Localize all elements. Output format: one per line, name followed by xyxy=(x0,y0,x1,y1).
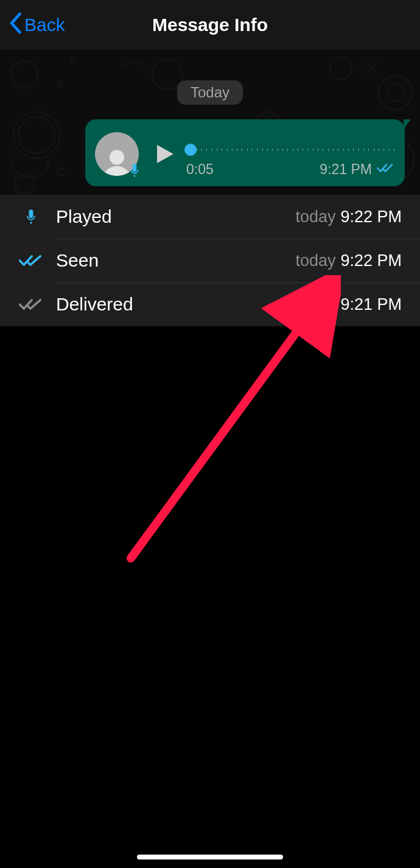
microphone-badge-icon xyxy=(127,163,142,178)
status-day: today xyxy=(295,295,335,314)
status-label: Played xyxy=(56,206,295,227)
audio-duration: 0:05 xyxy=(186,161,214,178)
status-time: today9:21 PM xyxy=(295,295,402,314)
svg-point-1 xyxy=(71,58,75,63)
svg-point-9 xyxy=(15,174,34,194)
status-time: today9:22 PM xyxy=(295,208,402,226)
read-receipt-icon xyxy=(377,161,394,178)
status-list: Playedtoday9:22 PMSeentoday9:22 PMDelive… xyxy=(0,195,420,326)
microphone-icon xyxy=(18,207,44,226)
back-button[interactable]: Back xyxy=(9,12,65,38)
waveform-track xyxy=(186,149,394,151)
svg-point-8 xyxy=(13,112,60,158)
svg-point-6 xyxy=(387,84,404,101)
status-hourmin: 9:21 PM xyxy=(340,295,402,314)
svg-point-5 xyxy=(379,75,413,110)
status-hourmin: 9:22 PM xyxy=(340,251,402,270)
playhead[interactable] xyxy=(184,144,197,156)
home-indicator xyxy=(137,855,283,859)
date-divider: Today xyxy=(177,80,243,105)
status-day: today xyxy=(295,251,335,270)
audio-waveform[interactable]: 0:05 9:21 PM xyxy=(186,128,394,180)
status-hourmin: 9:22 PM xyxy=(340,208,402,226)
status-label: Seen xyxy=(56,250,295,271)
sender-avatar-wrap xyxy=(95,132,139,176)
svg-point-2 xyxy=(57,81,62,86)
status-label: Delivered xyxy=(56,294,295,315)
svg-point-0 xyxy=(11,61,38,88)
status-day: today xyxy=(295,208,335,226)
status-row: Deliveredtoday9:21 PM xyxy=(0,282,420,326)
back-label: Back xyxy=(24,15,65,35)
date-label: Today xyxy=(191,84,229,100)
svg-line-13 xyxy=(131,292,326,558)
svg-point-7 xyxy=(18,117,55,153)
chevron-left-icon xyxy=(9,12,22,38)
header-bar: Back Message Info xyxy=(0,0,420,50)
double-check-icon xyxy=(18,253,44,268)
status-row: Seentoday9:22 PM xyxy=(0,239,420,282)
chat-preview-area: Today 0:05 9:21 PM xyxy=(0,50,420,195)
svg-point-10 xyxy=(57,168,65,175)
message-time: 9:21 PM xyxy=(320,161,372,178)
status-row: Playedtoday9:22 PM xyxy=(0,195,420,239)
double-check-icon xyxy=(18,297,44,312)
status-time: today9:22 PM xyxy=(295,251,402,270)
svg-point-12 xyxy=(110,150,124,164)
page-title: Message Info xyxy=(152,15,268,35)
play-button[interactable] xyxy=(153,142,175,166)
voice-message-bubble[interactable]: 0:05 9:21 PM xyxy=(85,119,405,186)
svg-point-4 xyxy=(330,57,352,79)
